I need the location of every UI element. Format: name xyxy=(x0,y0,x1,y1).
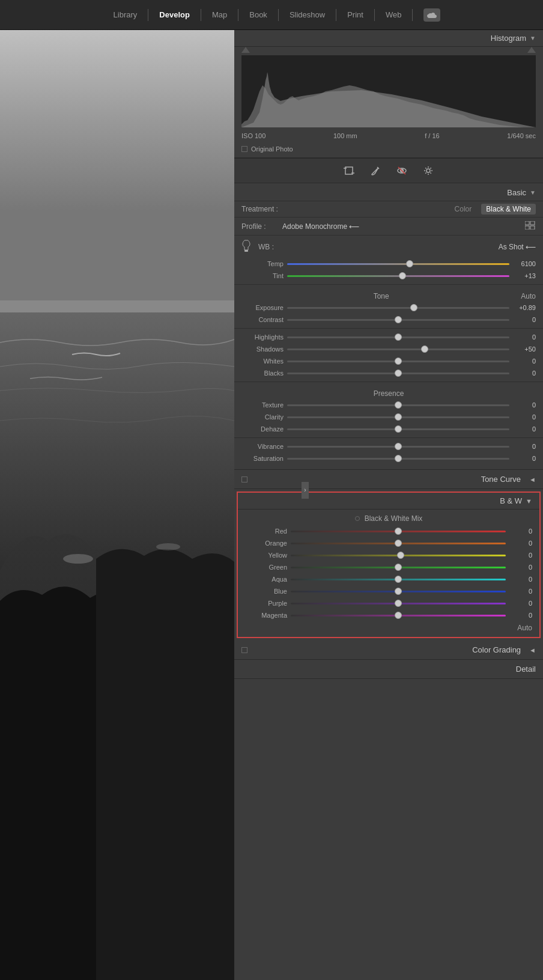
histogram-section: Histogram ▼ ISO 100 100 mm f xyxy=(234,30,543,158)
nav-print[interactable]: Print xyxy=(336,0,374,29)
svg-rect-14 xyxy=(530,221,535,225)
bw-orange-track[interactable] xyxy=(291,539,506,547)
treatment-color[interactable]: Color xyxy=(450,204,477,215)
profile-value[interactable]: Adobe Monochrome ⟵ xyxy=(282,222,359,231)
highlights-slider-track[interactable] xyxy=(287,333,509,341)
nav-web[interactable]: Web xyxy=(375,0,413,29)
shadows-slider-track[interactable] xyxy=(287,345,509,353)
side-panel-arrow[interactable]: › xyxy=(302,482,309,499)
histogram-chart xyxy=(241,55,536,127)
bw-aqua-track[interactable] xyxy=(291,575,506,583)
histogram-header: Histogram ▼ xyxy=(234,30,543,47)
bw-red-thumb[interactable] xyxy=(395,528,402,535)
texture-slider-thumb[interactable] xyxy=(395,401,402,409)
texture-slider-track[interactable] xyxy=(287,401,509,409)
wb-value[interactable]: As Shot ⟵ xyxy=(499,243,536,251)
bw-arrow-icon[interactable]: ▼ xyxy=(526,498,532,505)
nav-slideshow[interactable]: Slideshow xyxy=(279,0,336,29)
bw-red-value: 0 xyxy=(509,528,532,535)
histogram-arrow-icon[interactable]: ▼ xyxy=(530,35,536,41)
temp-slider-row: Temp 6100 xyxy=(234,258,543,270)
blacks-slider-track[interactable] xyxy=(287,369,509,377)
nav-library[interactable]: Library xyxy=(103,0,148,29)
bw-yellow-track[interactable] xyxy=(291,551,506,559)
bw-aqua-label: Aqua xyxy=(245,576,287,583)
redeye-tool-icon[interactable] xyxy=(395,163,409,178)
histogram-shadow-warning[interactable] xyxy=(241,47,250,53)
exposure-slider-row: Exposure +0.89 xyxy=(234,302,543,314)
clarity-slider-thumb[interactable] xyxy=(395,413,402,421)
tone-curve-toggle[interactable] xyxy=(241,476,247,482)
highlights-slider-thumb[interactable] xyxy=(395,333,402,341)
dehaze-slider-track[interactable] xyxy=(287,425,509,433)
color-grading-arrow-icon[interactable]: ◄ xyxy=(529,647,536,654)
brush-tool-icon[interactable] xyxy=(368,163,383,178)
vibrance-slider-track[interactable] xyxy=(287,442,509,451)
exposure-slider-thumb[interactable] xyxy=(410,304,417,311)
histogram-highlight-warning[interactable] xyxy=(527,47,536,53)
sep-1 xyxy=(234,284,543,285)
bw-blue-label: Blue xyxy=(245,588,287,595)
saturation-slider-thumb[interactable] xyxy=(395,455,402,462)
bw-magenta-label: Magenta xyxy=(245,612,287,619)
whites-slider-thumb[interactable] xyxy=(395,358,402,365)
basic-arrow-icon[interactable]: ▼ xyxy=(530,189,536,196)
wb-eyedropper-icon[interactable] xyxy=(241,239,251,254)
bw-green-thumb[interactable] xyxy=(395,564,402,571)
settings-tool-icon[interactable] xyxy=(421,163,435,178)
contrast-slider-thumb[interactable] xyxy=(395,316,402,323)
bw-green-track[interactable] xyxy=(291,563,506,571)
nav-develop[interactable]: Develop xyxy=(148,0,201,29)
tone-curve-arrow-icon[interactable]: ◄ xyxy=(529,476,536,483)
dehaze-slider-row: Dehaze 0 xyxy=(234,423,543,435)
cloud-sync-icon[interactable] xyxy=(423,8,440,22)
bw-yellow-thumb[interactable] xyxy=(397,552,404,559)
original-photo-checkbox[interactable] xyxy=(241,146,247,152)
clarity-slider-track[interactable] xyxy=(287,413,509,421)
temp-slider-track[interactable] xyxy=(287,260,509,268)
bw-auto-button[interactable]: Auto xyxy=(517,624,532,632)
bw-purple-value: 0 xyxy=(509,600,532,607)
blacks-slider-row: Blacks 0 xyxy=(234,367,543,379)
svg-rect-1 xyxy=(0,300,234,312)
bw-blue-track[interactable] xyxy=(291,587,506,595)
histogram-canvas xyxy=(241,55,536,127)
temp-slider-thumb[interactable] xyxy=(406,260,413,267)
blacks-label: Blacks xyxy=(241,370,284,377)
treatment-bw[interactable]: Black & White xyxy=(481,204,536,215)
tint-slider-thumb[interactable] xyxy=(399,272,406,279)
tone-curve-title: Tone Curve xyxy=(252,475,521,484)
bw-aqua-thumb[interactable] xyxy=(395,576,402,583)
exif-row: ISO 100 100 mm f / 16 1/640 sec xyxy=(234,130,543,143)
bw-magenta-thumb[interactable] xyxy=(395,612,402,619)
bw-mix-dot[interactable] xyxy=(355,516,360,521)
bw-blue-thumb[interactable] xyxy=(395,588,402,595)
texture-label: Texture xyxy=(241,401,284,409)
tint-slider-track[interactable] xyxy=(287,272,509,280)
profile-grid-icon[interactable] xyxy=(525,221,536,231)
vibrance-label: Vibrance xyxy=(241,443,284,450)
vibrance-slider-thumb[interactable] xyxy=(395,443,402,450)
bw-section: B & W ▼ Black & White Mix Red 0 Orange xyxy=(237,492,541,638)
shadows-slider-thumb[interactable] xyxy=(421,345,428,353)
nav-book[interactable]: Book xyxy=(238,0,278,29)
crop-tool-icon[interactable] xyxy=(342,163,356,178)
bw-orange-thumb[interactable] xyxy=(395,540,402,547)
exposure-label: Exposure xyxy=(241,304,284,311)
contrast-slider-track[interactable] xyxy=(287,315,509,324)
bw-magenta-track[interactable] xyxy=(291,611,506,619)
whites-slider-track[interactable] xyxy=(287,357,509,365)
photo-image xyxy=(0,30,234,980)
right-panel: Histogram ▼ ISO 100 100 mm f xyxy=(234,30,543,980)
bw-red-track[interactable] xyxy=(291,527,506,535)
color-grading-toggle[interactable] xyxy=(241,647,247,653)
nav-map[interactable]: Map xyxy=(201,0,238,29)
bw-purple-track[interactable] xyxy=(291,599,506,607)
exposure-slider-track[interactable] xyxy=(287,303,509,312)
tone-auto-button[interactable]: Auto xyxy=(521,292,536,300)
dehaze-slider-thumb[interactable] xyxy=(395,425,402,433)
dehaze-value: 0 xyxy=(513,425,536,433)
saturation-slider-track[interactable] xyxy=(287,454,509,463)
bw-purple-thumb[interactable] xyxy=(395,600,402,607)
blacks-slider-thumb[interactable] xyxy=(395,370,402,377)
